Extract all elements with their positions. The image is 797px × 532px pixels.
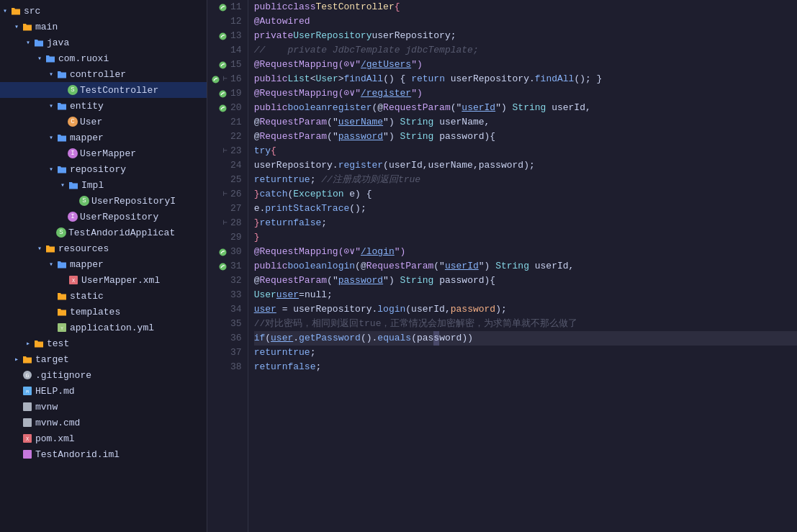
sidebar-item-pom.xml[interactable]: Xpom.xml <box>0 430 207 446</box>
line-num-text: 34 <box>230 302 242 317</box>
sidebar-item-label: mapper <box>70 259 104 270</box>
sidebar-item-.gitignore[interactable]: G.gitignore <box>0 367 207 383</box>
line-num-text: 12 <box>230 14 242 29</box>
chevron-open-icon <box>35 243 45 253</box>
sidebar-item-resources[interactable]: resources <box>0 240 207 256</box>
sidebar-item-label: mvnw.cmd <box>35 418 80 428</box>
sidebar-item-mvnw[interactable]: mvnw <box>0 399 207 415</box>
folder-blue-icon <box>45 53 56 64</box>
folder-icon <box>45 243 56 254</box>
svg-rect-8 <box>23 402 32 411</box>
chevron-open-icon <box>46 164 56 174</box>
sidebar-item-label: main <box>35 22 58 32</box>
fold-marker[interactable]: ⊢ <box>223 187 228 202</box>
sidebar-item-TestController[interactable]: STestController <box>0 82 207 98</box>
sidebar-item-TestAndoridApplica[interactable]: STestAndoridApplicat <box>0 225 207 240</box>
sidebar-item-UserRepositoryImpl[interactable]: SUserRepositoryI <box>0 193 207 209</box>
code-line-34: user = userRepository.login(userId,passw… <box>254 302 797 317</box>
sidebar-item-application.yml[interactable]: Yapplication.yml <box>0 320 207 335</box>
sidebar-item-mapper-res[interactable]: mapper <box>0 256 207 272</box>
chevron-open-icon <box>12 22 22 32</box>
sidebar-item-Impl[interactable]: Impl <box>0 177 207 193</box>
line-num-text: 33 <box>230 288 242 302</box>
sidebar-item-repository[interactable]: repository <box>0 161 207 177</box>
folder-blue-icon <box>56 258 68 270</box>
sidebar-item-label: com.ruoxi <box>58 53 109 64</box>
line-number-35: 35 <box>210 317 242 331</box>
svg-point-15 <box>219 61 226 68</box>
sidebar-item-templates[interactable]: templates <box>0 304 207 320</box>
fold-marker[interactable]: ⊢ <box>223 72 228 86</box>
line-number-21: 21 <box>210 115 242 130</box>
line-num-text: 26 <box>230 187 242 202</box>
chevron-open-icon <box>46 69 56 79</box>
sidebar-item-label: controller <box>70 69 126 80</box>
code-line-11: public class TestController { <box>254 0 797 14</box>
sidebar-item-com.ruoxi[interactable]: com.ruoxi <box>0 50 207 66</box>
sidebar-item-java[interactable]: java <box>0 35 207 50</box>
sidebar-item-controller[interactable]: controller <box>0 66 207 82</box>
sidebar-item-label: UserMapper.xml <box>81 275 160 286</box>
fold-marker[interactable]: ⊢ <box>223 144 228 158</box>
sidebar-item-mapper[interactable]: mapper <box>0 130 207 145</box>
interface-icon: I <box>68 148 78 158</box>
line-number-24: 24 <box>210 158 242 173</box>
code-line-28: }return false; <box>254 216 797 230</box>
code-line-23: try { <box>254 144 797 158</box>
svg-text:M: M <box>26 389 29 395</box>
line-num-text: 13 <box>230 29 242 43</box>
sidebar-item-TestAndorid.iml[interactable]: TestAndorid.iml <box>0 446 207 462</box>
line-number-16: ⊢16 <box>210 72 242 86</box>
chevron-open-icon <box>58 180 68 190</box>
code-line-13: private UserRepository userRepository; <box>254 29 797 43</box>
line-num-text: 36 <box>230 331 242 346</box>
spring-gutter-icon <box>217 248 228 256</box>
code-line-26: } catch (Exception e) { <box>254 187 797 202</box>
sidebar-item-src[interactable]: src <box>0 3 207 19</box>
sidebar-item-UserRepository[interactable]: IUserRepository <box>0 209 207 225</box>
sidebar-item-label: .gitignore <box>35 370 91 381</box>
sidebar-item-mvnw.cmd[interactable]: mvnw.cmd <box>0 415 207 430</box>
line-num-text: 38 <box>230 360 242 374</box>
folder-icon <box>33 338 45 349</box>
sidebar-item-HELP.md[interactable]: MHELP.md <box>0 383 207 399</box>
code-content: public class TestController { @Autowired… <box>248 0 797 532</box>
line-number-13: 13 <box>210 29 242 43</box>
folder-blue-icon <box>68 179 79 191</box>
line-number-30: 30 <box>210 245 242 259</box>
line-num-text: 37 <box>230 346 242 360</box>
code-line-15: @RequestMapping(⊙∨"/getUsers") <box>254 58 797 72</box>
code-line-14: // private JdbcTemplate jdbcTemplate; <box>254 43 797 58</box>
code-line-21: @RequestParam("userName") String userNam… <box>254 115 797 130</box>
line-number-29: 29 <box>210 230 242 245</box>
sidebar-item-label: pom.xml <box>35 433 75 444</box>
folder-blue-icon <box>56 100 68 112</box>
line-number-28: ⊢28 <box>210 216 242 230</box>
target-folder-icon <box>22 353 33 365</box>
spring-gutter-icon <box>217 90 228 98</box>
sidebar-item-User[interactable]: CUser <box>0 114 207 130</box>
sidebar-item-test[interactable]: test <box>0 335 207 351</box>
line-num-text: 21 <box>230 115 242 130</box>
sidebar-item-label: application.yml <box>70 323 154 333</box>
folder-icon <box>22 21 33 32</box>
code-line-16: public List<User> findAll() { return use… <box>254 72 797 86</box>
code-editor: 1112131415⊢1619202122⊢232425⊢2627⊢282930… <box>207 0 797 532</box>
fold-marker[interactable]: ⊢ <box>223 216 228 230</box>
sidebar-item-static[interactable]: static <box>0 288 207 304</box>
line-num-text: 30 <box>230 245 242 259</box>
sidebar-item-target[interactable]: target <box>0 351 207 367</box>
line-num-text: 27 <box>230 202 242 216</box>
line-number-26: ⊢26 <box>210 187 242 202</box>
line-number-23: ⊢23 <box>210 144 242 158</box>
sidebar-item-UserMapper[interactable]: IUserMapper <box>0 145 207 161</box>
code-line-38: return false; <box>254 360 797 374</box>
chevron-open-icon <box>35 53 45 63</box>
sidebar-item-main[interactable]: main <box>0 19 207 35</box>
gitignore-icon: G <box>22 369 33 381</box>
sidebar-item-entity[interactable]: entity <box>0 98 207 114</box>
md-icon: M <box>22 385 33 397</box>
code-line-37: return true; <box>254 346 797 360</box>
sidebar-item-UserMapper.xml[interactable]: XUserMapper.xml <box>0 272 207 288</box>
file-tree[interactable]: srcmainjavacom.ruoxicontrollerSTestContr… <box>0 0 207 532</box>
